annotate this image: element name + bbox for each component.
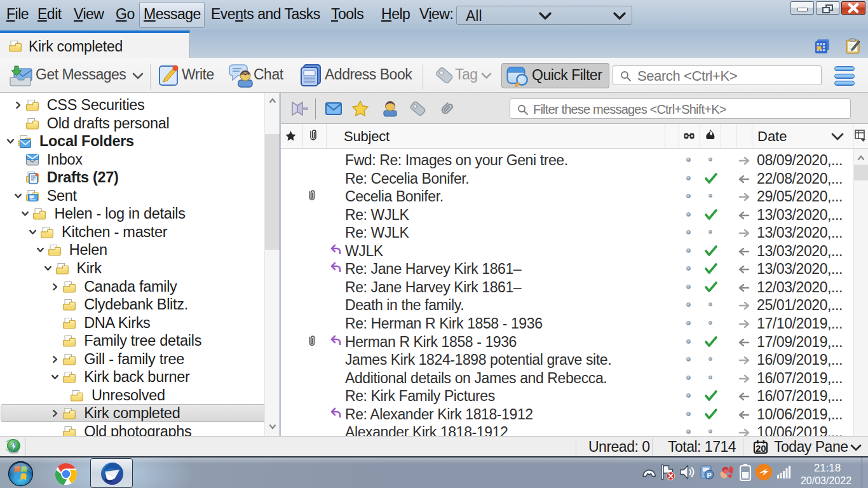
svg-text:P: P <box>707 471 712 479</box>
svg-text:20: 20 <box>756 443 766 454</box>
